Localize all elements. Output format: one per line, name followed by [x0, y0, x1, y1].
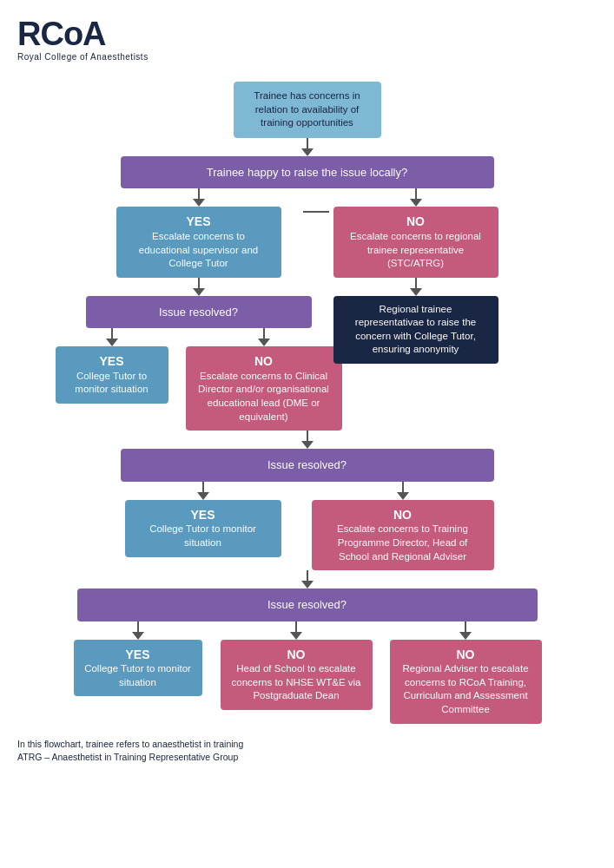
no1-box: NO Escalate concerns to regional trainee… [333, 207, 498, 277]
no3-box: NO Escalate concerns to Training Program… [312, 500, 494, 570]
no2-box: NO Escalate concerns to Clinical Directo… [186, 346, 342, 431]
issue-resolved2: Issue resolved? [121, 449, 494, 482]
regional-box: Regional trainee representativae to rais… [333, 296, 498, 364]
yes1-box: YES Escalate concerns to educational sup… [116, 207, 281, 277]
connector1 [301, 138, 314, 156]
issue-resolved3: Issue resolved? [77, 589, 538, 621]
issue-resolved1: Issue resolved? [86, 296, 312, 329]
logo-area: RCoA Royal College of Anaesthetists [17, 17, 597, 62]
diamond1: Trainee happy to raise the issue locally… [121, 156, 494, 189]
yes2-box: YES College Tutor to monitor situation [56, 346, 168, 404]
no5-box: NO Regional Adviser to escalate concerns… [390, 640, 542, 724]
no4-box: NO Head of School to escalate concerns t… [221, 640, 373, 710]
yes3-box: YES College Tutor to monitor situation [125, 500, 281, 557]
flowchart: Trainee has concerns in relation to avai… [17, 77, 597, 724]
logo-rcoa: RCoA [17, 17, 597, 50]
logo-subtitle: Royal College of Anaesthetists [17, 52, 597, 62]
start-box: Trainee has concerns in relation to avai… [234, 82, 381, 138]
yes4-box: YES College Tutor to monitor situation [74, 640, 202, 697]
footnote: In this flowchart, trainee refers to ana… [17, 738, 597, 766]
